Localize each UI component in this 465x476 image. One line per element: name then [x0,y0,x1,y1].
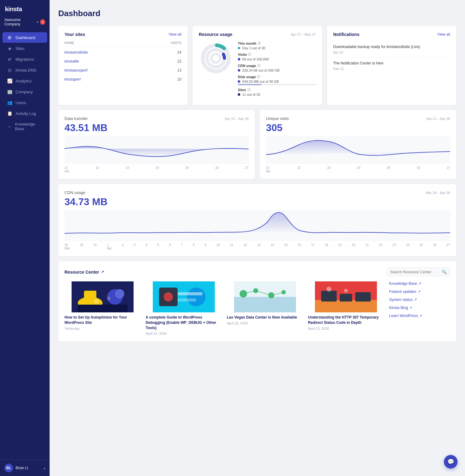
svg-point-21 [164,292,173,302]
article-card-0[interactable]: How to Set Up Autoptimize for Your WordP… [64,281,141,335]
cdn-x-4: 2 [122,243,124,250]
sidebar-item-label: Knowledge Base [15,122,43,131]
sidebar-item-analytics[interactable]: 📈 Analytics [2,76,47,86]
sidebar-item-activity-log[interactable]: 📋 Activity Log [2,108,47,119]
site-visits-0: 24 [177,50,181,55]
cdn-x-7: 5 [157,243,159,250]
sites-label: Sites ⓘ [238,88,316,92]
page-title: Dashboard [58,9,456,18]
your-sites-view-all[interactable]: View all [169,32,181,37]
site-name-0[interactable]: kinstamultisite [64,50,88,55]
cdn-x-29: 27 [447,243,450,250]
resource-center-card: Resource Center ↗ 🔍 [58,261,456,342]
sidebar-item-label: Activity Log [16,111,36,116]
x-label-2: 23 [327,166,330,173]
table-row: kinstalife 22 [64,57,181,66]
svg-rect-32 [315,300,377,312]
site-name-1[interactable]: kinstalife [64,59,79,64]
svg-rect-13 [78,305,127,312]
cdn-x-14: 12 [243,243,247,250]
sidebar-item-company[interactable]: 🏢 Company [2,86,47,97]
sites-stat: Sites ⓘ 11 out of 20 [238,88,316,96]
sidebar-item-sites[interactable]: ◈ Sites [2,43,47,54]
sidebar-item-label: Migrations [16,57,34,62]
x-label-4: 25 [185,166,189,173]
x-label-2: 23 [126,166,129,173]
main-content: Dashboard Your sites View all NAME VISIT… [50,0,465,476]
sidebar-item-dashboard[interactable]: ⊞ Dashboard [2,32,47,43]
notifications-header: Notifications View all [333,32,450,37]
cdn-x-10: 8 [193,243,195,250]
site-name-2[interactable]: kinstawooperf [64,68,87,73]
notif-date-1: Feb 12 [333,67,450,71]
external-link-icon: ↗ [418,281,421,286]
this-month-dot [238,47,240,49]
svg-point-15 [107,297,111,300]
company-chevron-icon: ▾ [37,20,38,24]
svg-rect-19 [178,292,202,295]
x-label-0: 21Apr [64,166,69,173]
article-title-2: Las Vegas Data Center is Now Available [227,315,303,320]
svg-point-4 [211,54,220,63]
resource-center-search[interactable]: 🔍 [387,267,450,276]
sidebar-item-label: Company [16,90,33,94]
cdn-x-11: 9 [205,243,206,250]
notifications-view-all[interactable]: View all [437,32,450,37]
sidebar-item-knowledge-base[interactable]: ○ Knowledge Base [2,119,47,134]
rc-link-kinsta-blog[interactable]: Kinsta Blog ↗ [389,306,450,310]
user-profile[interactable]: BL Brian Li ▴ [0,460,50,476]
article-card-3[interactable]: Understanding the HTTP 307 Temporary Red… [308,281,384,335]
search-input[interactable] [390,270,440,274]
rc-link-feature-updates[interactable]: Feature updates ↗ [389,289,450,294]
sidebar-item-users[interactable]: 👥 Users [2,97,47,108]
resource-usage-header: Resource usage Apr 27 – May 27 [199,32,316,37]
data-transfer-label: Data transfer [64,116,88,121]
rc-link-knowledge-base[interactable]: Knowledge Base ↗ [389,281,450,286]
notifications-title: Notifications [333,32,360,37]
cdn-x-5: 3 [134,243,135,250]
article-card-2[interactable]: Las Vegas Data Center is Now Available A… [227,281,303,335]
cdn-x-15: 13 [257,243,260,250]
sidebar-item-migrations[interactable]: ⇄ Migrations [2,54,47,64]
cdn-x-9: 7 [181,243,183,250]
chat-bubble[interactable]: 💬 [444,455,458,469]
site-visits-2: 13 [177,68,181,73]
cdn-x-27: 25 [419,243,423,250]
logo-text: kinsta [5,6,22,13]
x-label-0: 21Apr [266,166,271,173]
rc-link-system-status[interactable]: System status ↗ [389,298,450,302]
article-card-1[interactable]: A complete Guide to WordPress Debugging … [146,281,222,335]
sidebar-item-kinsta-dns[interactable]: ◎ Kinsta DNS [2,65,47,75]
cdn-x-1: 30 [80,243,83,250]
notifications-card: Notifications View all Downloadable back… [327,26,456,105]
article-date-3: April 23, 2020 [308,327,384,330]
site-name-3[interactable]: kinstaperf [64,77,81,82]
article-title-0: How to Set Up Autoptimize for Your WordP… [64,315,141,325]
resource-center-header: Resource Center ↗ 🔍 [64,267,450,276]
visits-label: Visits ⓘ [238,52,316,57]
external-link-icon: ↗ [101,270,104,274]
cdn-x-28: 26 [433,243,436,250]
cdn-x-23: 21 [365,243,369,250]
disk-dot [238,80,240,83]
unique-visits-header: Unique visits Apr 21 – Apr 28 [266,116,450,121]
col-name-header: NAME [64,41,74,45]
company-selector[interactable]: Awesome Company ▾ 1 [0,16,50,31]
cdn-usage-label: CDN usage [64,190,85,195]
svg-rect-20 [178,298,196,302]
x-label-5: 26 [417,166,420,173]
search-icon: 🔍 [442,270,447,274]
unique-visits-x-axis: 21Apr 22 23 24 25 26 27 [266,166,450,173]
disk-progress [238,84,316,85]
external-link-icon: ↗ [419,314,422,318]
sites-value: 11 out of 20 [238,93,316,96]
data-transfer-x-axis: 21Apr 22 23 24 25 26 27 [64,166,249,173]
unique-visits-chart [266,136,450,164]
sidebar-item-label: Users [16,100,26,105]
rc-link-learn-wordpress[interactable]: Learn WordPress ↗ [389,314,450,318]
cdn-stat: CDN usage ⓘ 326.24 kB out of 200 GB [238,64,316,72]
your-sites-title: Your sites [64,32,85,37]
data-transfer-header: Data transfer Apr 21 – Apr 28 [64,116,249,121]
resource-usage-title: Resource usage [199,32,232,37]
unique-visits-label: Unique visits [266,116,289,121]
